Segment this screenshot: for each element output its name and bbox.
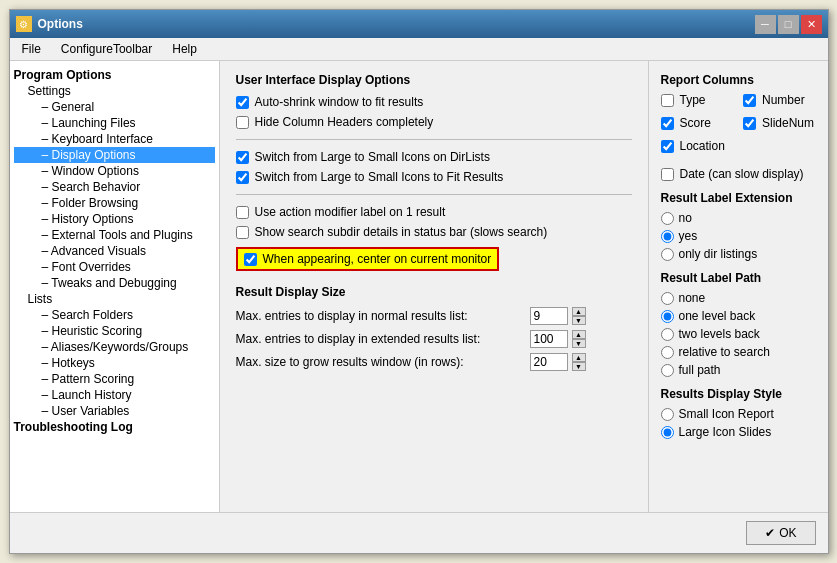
sidebar-item[interactable]: – User Variables — [14, 403, 215, 419]
results-display-style-group: Small Icon Report Large Icon Slides — [661, 407, 816, 439]
title-bar-left: ⚙ Options — [16, 16, 83, 32]
checkbox-auto-shrink: Auto-shrink window to fit results — [236, 95, 632, 109]
rle-only-dir-radio[interactable] — [661, 248, 674, 261]
size-label-grow: Max. size to grow results window (in row… — [236, 355, 526, 369]
window-title: Options — [38, 17, 83, 31]
sidebar-item[interactable]: – Keyboard Interface — [14, 131, 215, 147]
sidebar-item[interactable]: Program Options — [14, 67, 215, 83]
rc-score-label: Score — [680, 116, 711, 130]
sidebar-item[interactable]: Lists — [14, 291, 215, 307]
rc-slidenum-label: SlideNum — [762, 116, 814, 130]
sidebar-item[interactable]: – Window Options — [14, 163, 215, 179]
cb-show-subdir-label: Show search subdir details in status bar… — [255, 225, 548, 239]
rle-yes-label: yes — [679, 229, 698, 243]
menu-configure-toolbar[interactable]: ConfigureToolbar — [53, 40, 160, 58]
cb-action-modifier[interactable] — [236, 206, 249, 219]
sidebar-item[interactable]: – External Tools and Plugins — [14, 227, 215, 243]
spin-normal-down[interactable]: ▼ — [572, 316, 586, 325]
title-controls: ─ □ ✕ — [755, 15, 822, 34]
rlp-one-radio[interactable] — [661, 310, 674, 323]
sidebar-item[interactable]: – Launch History — [14, 387, 215, 403]
sidebar-item[interactable]: – Heuristic Scoring — [14, 323, 215, 339]
rc-location-label: Location — [680, 139, 725, 153]
rc-location-cb[interactable] — [661, 140, 674, 153]
sidebar-item[interactable]: – Advanced Visuals — [14, 243, 215, 259]
sidebar-item[interactable]: – General — [14, 99, 215, 115]
cb-hide-headers-label: Hide Column Headers completely — [255, 115, 434, 129]
rds-large: Large Icon Slides — [661, 425, 816, 439]
cb-show-subdir[interactable] — [236, 226, 249, 239]
sidebar-item[interactable]: – Font Overrides — [14, 259, 215, 275]
cb-switch-dirlists[interactable] — [236, 151, 249, 164]
result-label-path-group: none one level back two levels back rela… — [661, 291, 816, 377]
rc-slidenum-cb[interactable] — [743, 117, 756, 130]
result-label-path-title: Result Label Path — [661, 271, 816, 285]
rds-large-label: Large Icon Slides — [679, 425, 772, 439]
rle-yes: yes — [661, 229, 816, 243]
rlp-full-radio[interactable] — [661, 364, 674, 377]
size-row-grow: Max. size to grow results window (in row… — [236, 353, 632, 371]
rle-only-dir: only dir listings — [661, 247, 816, 261]
size-input-grow[interactable] — [530, 353, 568, 371]
checkbox-show-subdir: Show search subdir details in status bar… — [236, 225, 632, 239]
ok-button[interactable]: ✔ OK — [746, 521, 815, 545]
spin-grow-down[interactable]: ▼ — [572, 362, 586, 371]
main-panel: User Interface Display Options Auto-shri… — [220, 61, 648, 512]
sidebar-item[interactable]: – Pattern Scoring — [14, 371, 215, 387]
highlighted-checkbox-row: When appearing, center on current monito… — [236, 247, 500, 271]
rc-slidenum: SlideNum — [743, 116, 816, 130]
rle-no-radio[interactable] — [661, 212, 674, 225]
main-window: ⚙ Options ─ □ ✕ File ConfigureToolbar He… — [9, 9, 829, 554]
spin-extended-down[interactable]: ▼ — [572, 339, 586, 348]
cb-switch-fit-label: Switch from Large to Small Icons to Fit … — [255, 170, 504, 184]
cb-hide-headers[interactable] — [236, 116, 249, 129]
sidebar-item[interactable]: – Hotkeys — [14, 355, 215, 371]
sidebar-item[interactable]: – Tweaks and Debugging — [14, 275, 215, 291]
rlp-two-radio[interactable] — [661, 328, 674, 341]
spin-extended-up[interactable]: ▲ — [572, 330, 586, 339]
spin-normal-up[interactable]: ▲ — [572, 307, 586, 316]
rc-number-cb[interactable] — [743, 94, 756, 107]
size-input-normal[interactable] — [530, 307, 568, 325]
rlp-one: one level back — [661, 309, 816, 323]
footer: ✔ OK — [10, 512, 828, 553]
rc-type-cb[interactable] — [661, 94, 674, 107]
minimize-button[interactable]: ─ — [755, 15, 776, 34]
menu-file[interactable]: File — [14, 40, 49, 58]
maximize-button[interactable]: □ — [778, 15, 799, 34]
rle-yes-radio[interactable] — [661, 230, 674, 243]
main-section-title: User Interface Display Options — [236, 73, 632, 87]
rds-small-radio[interactable] — [661, 408, 674, 421]
sidebar-item[interactable]: Troubleshooting Log — [14, 419, 215, 435]
rc-date: Date (can slow display) — [661, 167, 816, 181]
rlp-full-label: full path — [679, 363, 721, 377]
sidebar-item[interactable]: – Search Behavior — [14, 179, 215, 195]
rc-date-cb[interactable] — [661, 168, 674, 181]
cb-center-monitor[interactable] — [244, 253, 257, 266]
result-label-ext-group: no yes only dir listings — [661, 211, 816, 261]
sidebar-item[interactable]: – Display Options — [14, 147, 215, 163]
close-button[interactable]: ✕ — [801, 15, 822, 34]
checkbox-switch-dirlists: Switch from Large to Small Icons on DirL… — [236, 150, 632, 164]
sidebar-item[interactable]: – Search Folders — [14, 307, 215, 323]
sidebar-item[interactable]: Settings — [14, 83, 215, 99]
rlp-relative-radio[interactable] — [661, 346, 674, 359]
rlp-full: full path — [661, 363, 816, 377]
size-input-extended[interactable] — [530, 330, 568, 348]
rc-type: Type — [661, 93, 734, 107]
sidebar-item[interactable]: – History Options — [14, 211, 215, 227]
sidebar-item[interactable]: – Aliases/Keywords/Groups — [14, 339, 215, 355]
spin-grow-up[interactable]: ▲ — [572, 353, 586, 362]
rds-large-radio[interactable] — [661, 426, 674, 439]
panel-wrapper: Program OptionsSettings– General– Launch… — [10, 61, 828, 512]
rc-number: Number — [743, 93, 816, 107]
rlp-none-radio[interactable] — [661, 292, 674, 305]
cb-switch-fit[interactable] — [236, 171, 249, 184]
rc-score-cb[interactable] — [661, 117, 674, 130]
sidebar-item[interactable]: – Launching Files — [14, 115, 215, 131]
right-panel: Report Columns Type Number Score SlideNu… — [648, 61, 828, 512]
sidebar-item[interactable]: – Folder Browsing — [14, 195, 215, 211]
cb-auto-shrink[interactable] — [236, 96, 249, 109]
menu-help[interactable]: Help — [164, 40, 205, 58]
rlp-relative: relative to search — [661, 345, 816, 359]
